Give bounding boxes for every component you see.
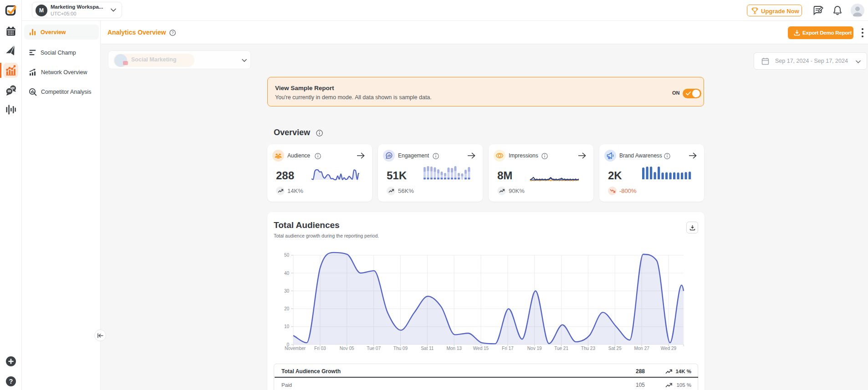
svg-text:?: ? (9, 378, 13, 385)
